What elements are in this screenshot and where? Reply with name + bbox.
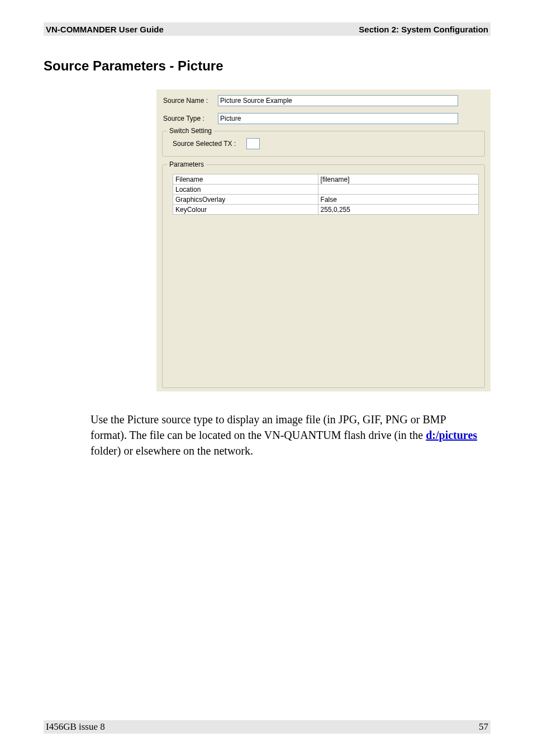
link-pictures-folder[interactable]: d:/pictures bbox=[426, 429, 477, 441]
param-value[interactable]: [filename] bbox=[318, 174, 478, 185]
label-source-selected-tx: Source Selected TX : bbox=[173, 140, 246, 148]
table-row[interactable]: GraphicsOverlay False bbox=[173, 195, 479, 205]
body-text-part2: folder) or elsewhere on the network. bbox=[91, 445, 253, 457]
param-key: KeyColour bbox=[173, 205, 318, 215]
body-text-part1: Use the Picture source type to display a… bbox=[91, 413, 446, 441]
document-page: VN-COMMANDER User Guide Section 2: Syste… bbox=[0, 0, 533, 756]
table-row[interactable]: Location bbox=[173, 185, 479, 195]
fieldset-title-parameters: Parameters bbox=[167, 160, 206, 168]
param-value[interactable]: 255,0,255 bbox=[318, 205, 478, 215]
fieldset-title-switch: Switch Setting bbox=[167, 127, 214, 135]
section-title: Source Parameters - Picture bbox=[44, 58, 223, 74]
row-source-type: Source Type : bbox=[162, 113, 491, 124]
fieldset-switch-setting: Switch Setting Source Selected TX : bbox=[162, 131, 485, 157]
body-paragraph: Use the Picture source type to display a… bbox=[91, 412, 484, 459]
param-key: Filename bbox=[173, 174, 318, 185]
label-source-type: Source Type : bbox=[162, 115, 218, 122]
input-source-name[interactable] bbox=[218, 95, 458, 106]
param-value[interactable]: False bbox=[318, 195, 478, 205]
table-row[interactable]: Filename [filename] bbox=[173, 174, 479, 185]
param-key: Location bbox=[173, 185, 318, 195]
parameters-table[interactable]: Filename [filename] Location GraphicsOve… bbox=[173, 174, 479, 215]
input-source-type[interactable] bbox=[218, 113, 458, 124]
label-source-name: Source Name : bbox=[162, 97, 218, 105]
page-footer: I456GB issue 8 57 bbox=[44, 720, 491, 734]
table-row[interactable]: KeyColour 255,0,255 bbox=[173, 205, 479, 215]
row-source-name: Source Name : bbox=[162, 95, 491, 106]
header-right: Section 2: System Configuration bbox=[359, 25, 488, 34]
param-key: GraphicsOverlay bbox=[173, 195, 318, 205]
page-header: VN-COMMANDER User Guide Section 2: Syste… bbox=[44, 22, 491, 36]
footer-page-number: 57 bbox=[479, 721, 488, 733]
footer-left: I456GB issue 8 bbox=[46, 721, 105, 733]
header-left: VN-COMMANDER User Guide bbox=[46, 25, 164, 34]
param-value[interactable] bbox=[318, 185, 478, 195]
row-source-selected-tx: Source Selected TX : bbox=[173, 138, 479, 149]
input-source-selected-tx[interactable] bbox=[246, 138, 260, 149]
dialog-screenshot: Source Name : Source Type : Switch Setti… bbox=[156, 89, 491, 391]
fieldset-parameters: Parameters Filename [filename] Location … bbox=[162, 164, 485, 388]
